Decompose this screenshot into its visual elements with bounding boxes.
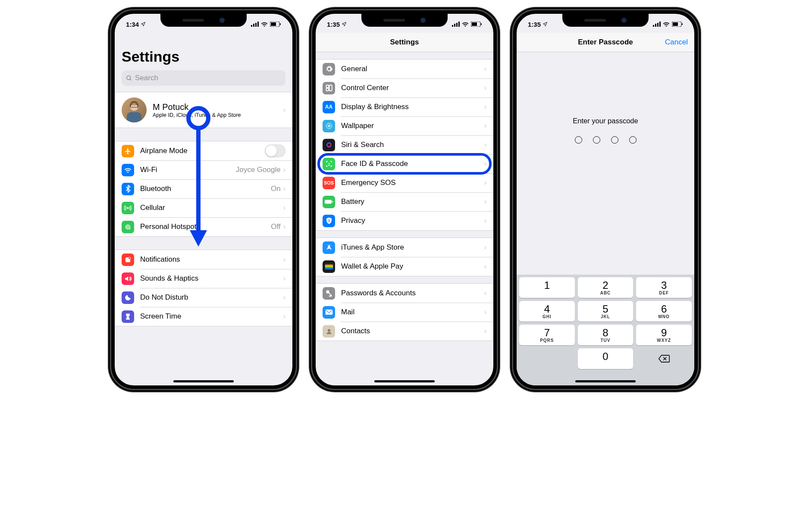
svg-rect-22 [452, 25, 453, 27]
home-indicator[interactable] [173, 380, 234, 382]
chevron-right-icon: › [484, 65, 486, 73]
row-label: Wi-Fi [140, 166, 236, 174]
row-label: Airplane Mode [140, 147, 265, 155]
settings-row-mail[interactable]: Mail› [316, 303, 493, 322]
row-label: iTunes & App Store [341, 243, 484, 252]
settings-row-general[interactable]: General› [316, 59, 493, 78]
wifi-icon [261, 22, 268, 27]
keypad-key-9[interactable]: 9WXYZ [636, 325, 692, 345]
row-label: Wallet & Apple Pay [341, 262, 484, 271]
status-time: 1:34 [126, 21, 139, 28]
backspace-icon [658, 354, 670, 363]
chevron-right-icon: › [283, 204, 285, 212]
settings-row-sounds-haptics[interactable]: Sounds & Haptics› [115, 269, 292, 288]
settings-row-wallpaper[interactable]: Wallpaper› [316, 116, 493, 135]
key-number: 3 [661, 280, 667, 291]
row-label: Personal Hotspot [140, 222, 271, 231]
settings-row-itunes-app-store[interactable]: iTunes & App Store› [316, 238, 493, 257]
chevron-right-icon: › [283, 313, 285, 320]
svg-point-38 [329, 163, 330, 164]
keypad-key-2[interactable]: 2ABC [578, 277, 633, 298]
keypad-key-6[interactable]: 6MNO [636, 301, 692, 322]
settings-row-airplane-mode[interactable]: Airplane Mode [115, 141, 292, 160]
faceid-icon [323, 158, 335, 170]
key-letters: ABC [600, 291, 611, 295]
row-label: Face ID & Passcode [341, 160, 484, 168]
nav-bar: Settings [316, 33, 493, 52]
signal-icon [452, 22, 460, 27]
appstore-icon [323, 241, 335, 254]
settings-row-passwords-accounts[interactable]: Passwords & Accounts› [316, 284, 493, 303]
svg-rect-2 [255, 23, 257, 27]
search-placeholder: Search [135, 74, 158, 82]
keypad-backspace[interactable] [636, 348, 692, 369]
settings-row-wi-fi[interactable]: Wi-FiJoyce Google› [115, 160, 292, 179]
keypad-key-8[interactable]: 8TUV [578, 325, 633, 345]
numeric-keypad: 12ABC3DEF4GHI5JKL6MNO7PQRS8TUV9WXYZ0 [517, 275, 694, 385]
key-letters: PQRS [540, 338, 554, 343]
svg-rect-25 [458, 22, 460, 27]
battery-icon [471, 22, 482, 27]
home-indicator[interactable] [374, 380, 435, 382]
settings-row-emergency-sos[interactable]: SOSEmergency SOS› [316, 173, 493, 192]
home-indicator[interactable] [575, 380, 636, 382]
cancel-button[interactable]: Cancel [665, 38, 688, 47]
row-label: General [341, 65, 484, 73]
svg-rect-40 [332, 201, 332, 202]
settings-list-content[interactable]: Settings General›Control Center›AADispla… [316, 14, 493, 385]
page-title: Settings [115, 33, 292, 68]
sos-icon: SOS [323, 177, 335, 189]
cellular-icon [122, 202, 134, 214]
settings-row-do-not-disturb[interactable]: Do Not Disturb› [115, 288, 292, 307]
settings-row-face-id-passcode[interactable]: Face ID & Passcode› [316, 154, 493, 173]
svg-rect-1 [253, 24, 254, 27]
passcode-dot [593, 136, 600, 144]
display-icon: AA [323, 101, 335, 113]
notch [361, 14, 448, 27]
key-letters: WXYZ [657, 338, 671, 343]
location-icon [141, 22, 146, 27]
chevron-right-icon: › [484, 263, 486, 270]
keypad-key-7[interactable]: 7PQRS [519, 325, 575, 345]
row-label: Passwords & Accounts [341, 289, 484, 297]
keypad-key-1[interactable]: 1 [519, 277, 575, 298]
settings-root-content[interactable]: Settings Search M Potuck Apple ID, iClou… [115, 14, 292, 385]
key-letters: JKL [601, 314, 610, 319]
keypad-key-0[interactable]: 0 [578, 348, 633, 369]
chevron-right-icon: › [283, 223, 285, 231]
keypad-key-3[interactable]: 3DEF [636, 277, 692, 298]
svg-rect-50 [653, 25, 654, 27]
settings-row-wallet-apple-pay[interactable]: Wallet & Apple Pay› [316, 257, 493, 276]
settings-row-contacts[interactable]: Contacts› [316, 322, 493, 341]
phone-frame-1: 1:34 Settings Search [109, 8, 298, 391]
keypad-key-5[interactable]: 5JKL [578, 301, 633, 322]
apple-id-row[interactable]: M Potuck Apple ID, iCloud, iTunes & App … [115, 92, 292, 128]
key-number: 5 [602, 304, 608, 314]
wallet-icon [323, 260, 335, 273]
screentime-icon [122, 310, 134, 323]
settings-row-notifications[interactable]: Notifications› [115, 250, 292, 269]
toggle-switch[interactable] [265, 144, 285, 157]
settings-row-control-center[interactable]: Control Center› [316, 78, 493, 97]
hotspot-icon [122, 221, 134, 233]
general-section: General›Control Center›AADisplay & Brigh… [316, 59, 493, 231]
search-input[interactable]: Search [122, 70, 285, 86]
settings-row-battery[interactable]: Battery› [316, 192, 493, 211]
keypad-key-4[interactable]: 4GHI [519, 301, 575, 322]
row-detail: On [271, 185, 281, 193]
settings-row-display-brightness[interactable]: AADisplay & Brightness› [316, 97, 493, 116]
passcode-prompt: Enter your passcode [517, 117, 694, 125]
row-detail: Off [271, 222, 280, 231]
settings-row-personal-hotspot[interactable]: Personal HotspotOff› [115, 217, 292, 236]
svg-rect-39 [325, 200, 332, 203]
svg-point-15 [127, 226, 129, 228]
settings-row-screen-time[interactable]: Screen Time› [115, 307, 292, 326]
keypad-blank [519, 348, 575, 369]
settings-row-privacy[interactable]: Privacy› [316, 211, 493, 230]
chevron-right-icon: › [484, 179, 486, 187]
row-label: Control Center [341, 84, 484, 92]
settings-row-cellular[interactable]: Cellular› [115, 198, 292, 217]
settings-row-bluetooth[interactable]: BluetoothOn› [115, 179, 292, 198]
chevron-right-icon: › [484, 103, 486, 111]
settings-row-siri-search[interactable]: Siri & Search› [316, 135, 493, 154]
